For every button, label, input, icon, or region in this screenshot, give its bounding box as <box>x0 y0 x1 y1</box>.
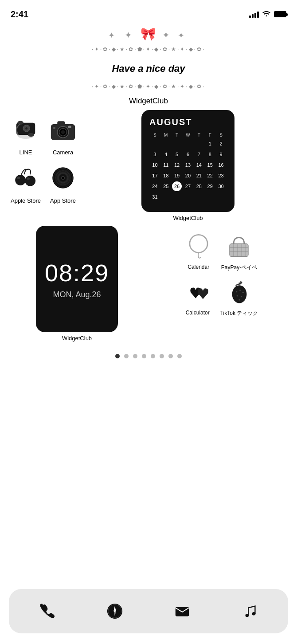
cal-day-7: 7 <box>194 149 204 159</box>
calendar-grid: S M T W T F S 1 2 3 4 5 6 7 <box>149 132 227 202</box>
signal-icon <box>249 11 259 18</box>
clock-widget: 08:29 MON, Aug.26 <box>36 226 118 332</box>
wifi-icon <box>262 10 270 18</box>
calendar-widget-section: AUGUST S M T W T F S 1 2 3 4 <box>86 110 290 221</box>
clock-time: 08:29 <box>45 259 109 287</box>
paypay-app[interactable]: PayPay-ペイペ <box>221 230 257 271</box>
right-apps-row1: Calendar <box>152 230 288 271</box>
page-dots <box>0 346 297 365</box>
svg-rect-27 <box>230 243 248 256</box>
cal-day-25: 25 <box>161 181 171 191</box>
svg-point-40 <box>238 299 240 301</box>
dot-6 <box>160 354 164 358</box>
clock-widget-label: WidgetClub <box>62 335 92 342</box>
widget-club-label-top: WidgetClub <box>0 92 297 110</box>
phone-dock-icon <box>39 603 55 620</box>
app-store-app[interactable]: App Store <box>44 158 82 207</box>
cal-header-t1: T <box>172 132 183 138</box>
camera-label: Camera <box>53 149 73 156</box>
cal-day-6: 6 <box>183 149 193 159</box>
cal-header-f: F <box>204 132 215 138</box>
dot-2 <box>124 354 129 358</box>
cal-day-12: 12 <box>172 160 182 170</box>
calendar-app-icon <box>183 230 214 261</box>
cal-day-16: 16 <box>216 160 226 170</box>
calculator-label: Calculator <box>186 310 210 316</box>
cal-day-4: 4 <box>161 149 171 159</box>
cal-day-11: 11 <box>161 160 171 170</box>
compass-dock-icon <box>106 603 123 620</box>
cal-day-17: 17 <box>150 171 160 181</box>
cal-day-29: 29 <box>205 181 215 191</box>
tiktok-app[interactable]: TikTok ティック <box>220 276 258 317</box>
cal-day-1: 1 <box>205 139 215 149</box>
status-icons <box>249 10 286 18</box>
cal-day-22: 22 <box>205 171 215 181</box>
calendar-month: AUGUST <box>149 117 227 127</box>
cal-day-21: 21 <box>194 171 204 181</box>
tiktok-icon-svg <box>225 277 254 306</box>
calendar-app-icon-svg <box>184 232 213 260</box>
app-store-label: App Store <box>50 197 76 204</box>
svg-point-10 <box>61 130 65 134</box>
right-apps-section: Calendar <box>152 226 288 317</box>
cal-day-3: 3 <box>150 149 160 159</box>
apple-store-icon <box>9 161 43 195</box>
cal-header-s1: S <box>149 132 160 138</box>
svg-point-39 <box>240 296 242 298</box>
sparkle-banner-bottom: ·✦·✿·◆·★·✿·⬟·✦·◆·✿·★·✦·◆·✿· <box>0 81 297 92</box>
cal-day-28: 28 <box>194 181 204 191</box>
apple-store-app[interactable]: Apple Store <box>7 158 44 207</box>
dock-phone[interactable] <box>33 597 61 625</box>
cal-empty1 <box>150 139 160 149</box>
svg-point-5 <box>25 127 27 130</box>
dot-7 <box>168 354 173 358</box>
dock-music[interactable] <box>236 597 264 625</box>
svg-point-36 <box>239 290 241 291</box>
svg-point-38 <box>236 295 238 297</box>
calendar-app[interactable]: Calendar <box>183 230 214 271</box>
top-apps-grid: LINE <box>7 110 82 207</box>
second-row-section: 08:29 MON, Aug.26 WidgetClub Calendar <box>0 221 297 346</box>
cal-header-w: W <box>183 132 194 138</box>
cal-day-24: 24 <box>150 181 160 191</box>
dot-3 <box>133 354 137 358</box>
camera-app[interactable]: Camera <box>44 110 82 158</box>
battery-icon <box>274 11 286 17</box>
clock-section: 08:29 MON, Aug.26 WidgetClub <box>9 226 145 342</box>
top-apps-section: LINE <box>0 110 297 221</box>
cal-header-m: M <box>160 132 172 138</box>
svg-point-2 <box>17 121 23 125</box>
cal-day-8: 8 <box>205 149 215 159</box>
bow-decoration: ✦ ✦ 🎀 ✦ ✦ <box>0 22 297 43</box>
svg-point-14 <box>25 176 35 186</box>
right-apps-row2: Calculator <box>152 276 288 317</box>
app-store-icon-svg <box>48 163 78 193</box>
mail-dock-icon <box>174 603 191 620</box>
status-bar: 2:41 <box>0 0 297 22</box>
cal-day-2: 2 <box>216 139 226 149</box>
line-app[interactable]: LINE <box>7 110 44 158</box>
cal-day-20: 20 <box>183 171 193 181</box>
tiktok-label: TikTok ティック <box>220 310 258 317</box>
sparkle-banner-top: ·✦·✿·◆·★·✿·⬟·✦·◆·✿·★·✦·◆·✿· <box>0 43 297 55</box>
svg-point-45 <box>245 614 249 617</box>
cal-day-27: 27 <box>183 181 193 191</box>
apple-store-icon-svg <box>11 163 41 193</box>
dock-compass[interactable] <box>101 597 129 625</box>
line-icon <box>9 113 43 146</box>
cal-day-18: 18 <box>161 171 171 181</box>
calendar-app-label: Calendar <box>188 264 209 270</box>
cal-header-s2: S <box>215 132 227 138</box>
cal-empty2 <box>161 139 171 149</box>
calculator-app[interactable]: Calculator <box>182 276 213 317</box>
dock-mail[interactable] <box>168 597 196 625</box>
dot-8 <box>177 354 182 358</box>
clock-date: MON, Aug.26 <box>53 290 101 299</box>
cal-day-9: 9 <box>216 149 226 159</box>
cal-day-5: 5 <box>172 149 182 159</box>
cal-day-10: 10 <box>150 160 160 170</box>
tiktok-icon <box>224 276 255 307</box>
cal-day-26-today: 26 <box>172 181 182 191</box>
camera-icon-svg <box>48 114 78 145</box>
